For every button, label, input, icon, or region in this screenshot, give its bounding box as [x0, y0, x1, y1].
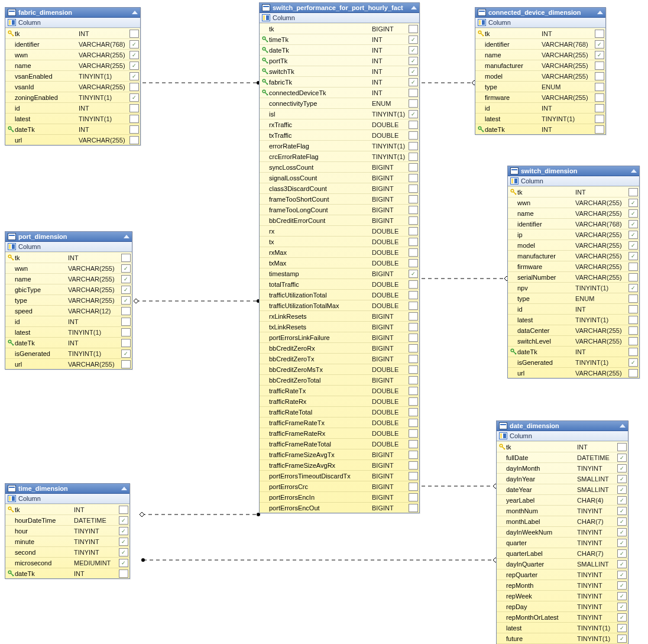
column-row[interactable]: quarter TINYINT [497, 537, 628, 548]
nullable-checkbox[interactable] [409, 206, 418, 214]
column-row[interactable]: wwn VARCHAR(255) [5, 263, 132, 273]
nullable-checkbox[interactable] [617, 635, 627, 643]
nullable-checkbox[interactable] [617, 475, 627, 483]
nullable-checkbox[interactable] [409, 302, 418, 310]
column-row[interactable]: hourDateTime DATETIME [5, 514, 129, 525]
nullable-checkbox[interactable] [617, 507, 627, 515]
column-row[interactable]: repDay TINYINT [497, 601, 628, 611]
nullable-checkbox[interactable] [409, 57, 418, 65]
column-row[interactable]: syncLossCount BIGINT [260, 161, 419, 172]
column-row[interactable]: rxTraffic DOUBLE [260, 119, 419, 130]
nullable-checkbox[interactable] [121, 360, 131, 368]
nullable-checkbox[interactable] [617, 454, 627, 462]
nullable-checkbox[interactable] [628, 252, 638, 260]
column-row[interactable]: fabricTk INT [260, 76, 419, 87]
column-row[interactable]: totalTraffic DOUBLE [260, 279, 419, 289]
collapse-icon[interactable] [631, 169, 637, 173]
column-row[interactable]: trafficRateTx DOUBLE [260, 385, 419, 396]
nullable-checkbox[interactable] [595, 72, 604, 80]
nullable-checkbox[interactable] [409, 89, 418, 97]
column-row[interactable]: ip VARCHAR(255) [508, 229, 639, 240]
nullable-checkbox[interactable] [129, 62, 139, 70]
nullable-checkbox[interactable] [409, 121, 418, 129]
column-row[interactable]: dateTk INT [260, 44, 419, 55]
column-row[interactable]: portErrorsCrc BIGINT [260, 481, 419, 491]
nullable-checkbox[interactable] [409, 291, 418, 299]
nullable-checkbox[interactable] [409, 312, 418, 321]
nullable-checkbox[interactable] [121, 286, 131, 294]
nullable-checkbox[interactable] [129, 51, 139, 59]
nullable-checkbox[interactable] [628, 241, 638, 250]
nullable-checkbox[interactable] [121, 264, 131, 273]
nullable-checkbox[interactable] [617, 464, 627, 473]
column-row[interactable]: frameTooLongCount BIGINT [260, 204, 419, 215]
nullable-checkbox[interactable] [595, 104, 604, 112]
nullable-checkbox[interactable] [121, 339, 131, 347]
table-title-bar[interactable]: switch_dimension [508, 166, 639, 176]
nullable-checkbox[interactable] [409, 323, 418, 331]
nullable-checkbox[interactable] [409, 110, 418, 118]
column-row[interactable]: id INT [508, 303, 639, 314]
nullable-checkbox[interactable] [409, 493, 418, 501]
column-row[interactable]: crcErrorRateFlag TINYINT(1) [260, 151, 419, 161]
column-row[interactable]: name VARCHAR(255) [5, 273, 132, 284]
nullable-checkbox[interactable] [409, 216, 418, 225]
column-row[interactable]: trafficFrameRateRx DOUBLE [260, 428, 419, 438]
column-row[interactable]: microsecond MEDIUMINT [5, 557, 129, 568]
nullable-checkbox[interactable] [628, 316, 638, 324]
collapse-icon[interactable] [620, 424, 626, 428]
column-row[interactable]: tk INT [497, 441, 628, 452]
column-row[interactable]: type ENUM [508, 293, 639, 303]
nullable-checkbox[interactable] [628, 305, 638, 313]
column-row[interactable]: dateTk INT [508, 346, 639, 357]
column-row[interactable]: signalLossCount BIGINT [260, 172, 419, 183]
nullable-checkbox[interactable] [617, 517, 627, 526]
nullable-checkbox[interactable] [129, 104, 139, 112]
nullable-checkbox[interactable] [409, 429, 418, 438]
column-row[interactable]: tx DOUBLE [260, 236, 419, 247]
column-row[interactable]: type ENUM [475, 81, 605, 92]
nullable-checkbox[interactable] [409, 35, 418, 44]
table-connected_device_dimension[interactable]: connected_device_dimension Column tk INT… [475, 7, 606, 135]
nullable-checkbox[interactable] [409, 259, 418, 267]
column-row[interactable]: trafficFrameSizeAvgTx BIGINT [260, 449, 419, 459]
column-row[interactable]: dateTk INT [475, 124, 605, 134]
column-row[interactable]: isGenerated TINYINT(1) [508, 357, 639, 367]
nullable-checkbox[interactable] [129, 125, 139, 134]
nullable-checkbox[interactable] [628, 220, 638, 228]
column-row[interactable]: hour TINYINT [5, 525, 129, 536]
nullable-checkbox[interactable] [121, 254, 131, 262]
nullable-checkbox[interactable] [617, 549, 627, 558]
table-switch_performance_for_port_hourly_fact[interactable]: switch_performance_for_port_hourly_fact … [259, 2, 420, 513]
column-row[interactable]: portErrorsTimeoutDiscardTx BIGINT [260, 470, 419, 481]
nullable-checkbox[interactable] [129, 93, 139, 102]
column-row[interactable]: url VARCHAR(255) [508, 367, 639, 378]
collapse-icon[interactable] [132, 11, 138, 14]
nullable-checkbox[interactable] [409, 280, 418, 289]
nullable-checkbox[interactable] [595, 30, 604, 38]
nullable-checkbox[interactable] [617, 603, 627, 611]
nullable-checkbox[interactable] [628, 231, 638, 239]
nullable-checkbox[interactable] [617, 560, 627, 568]
table-switch_dimension[interactable]: switch_dimension Column tk INT wwn VARCH… [507, 166, 640, 378]
table-fabric_dimension[interactable]: fabric_dimension Column tk INT identifie… [5, 7, 141, 145]
nullable-checkbox[interactable] [595, 83, 604, 91]
column-row[interactable]: firmware VARCHAR(255) [508, 261, 639, 271]
nullable-checkbox[interactable] [119, 559, 128, 567]
nullable-checkbox[interactable] [595, 93, 604, 102]
nullable-checkbox[interactable] [617, 592, 627, 600]
column-row[interactable]: frameTooShortCount BIGINT [260, 193, 419, 204]
column-row[interactable]: portTk INT [260, 55, 419, 66]
nullable-checkbox[interactable] [617, 539, 627, 547]
column-row[interactable]: errorRateFlag TINYINT(1) [260, 140, 419, 151]
column-row[interactable]: monthNum TINYINT [497, 505, 628, 516]
nullable-checkbox[interactable] [121, 296, 131, 305]
column-row[interactable]: bbCreditZeroRx BIGINT [260, 342, 419, 353]
column-row[interactable]: latest TINYINT(1) [5, 113, 140, 124]
nullable-checkbox[interactable] [121, 318, 131, 326]
column-row[interactable]: firmware VARCHAR(255) [475, 92, 605, 102]
nullable-checkbox[interactable] [409, 163, 418, 171]
nullable-checkbox[interactable] [409, 387, 418, 395]
column-row[interactable]: switchLevel VARCHAR(255) [508, 335, 639, 346]
nullable-checkbox[interactable] [129, 136, 139, 144]
